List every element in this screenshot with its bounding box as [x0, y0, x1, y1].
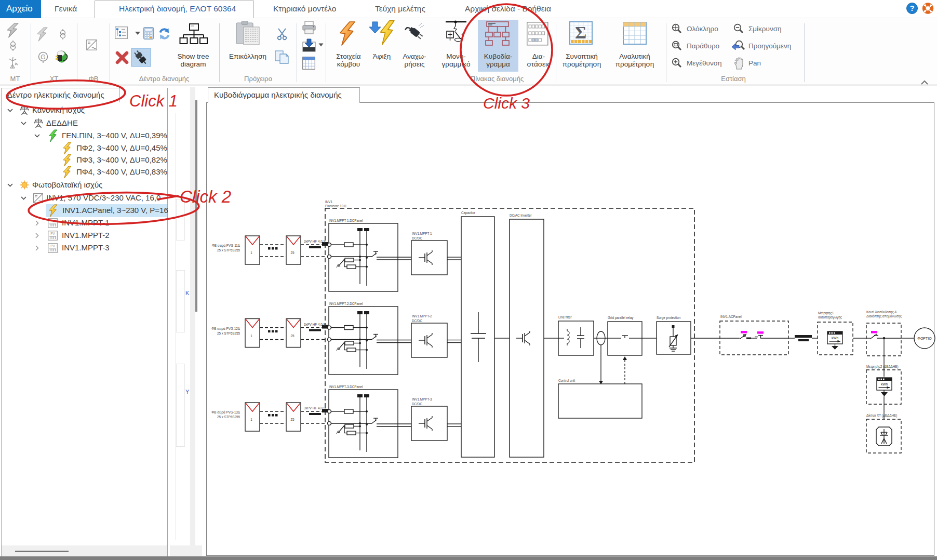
svg-text:Click 2: Click 2: [180, 187, 231, 206]
svg-text:Click 1: Click 1: [129, 92, 178, 110]
svg-text:Click 3: Click 3: [483, 95, 530, 112]
